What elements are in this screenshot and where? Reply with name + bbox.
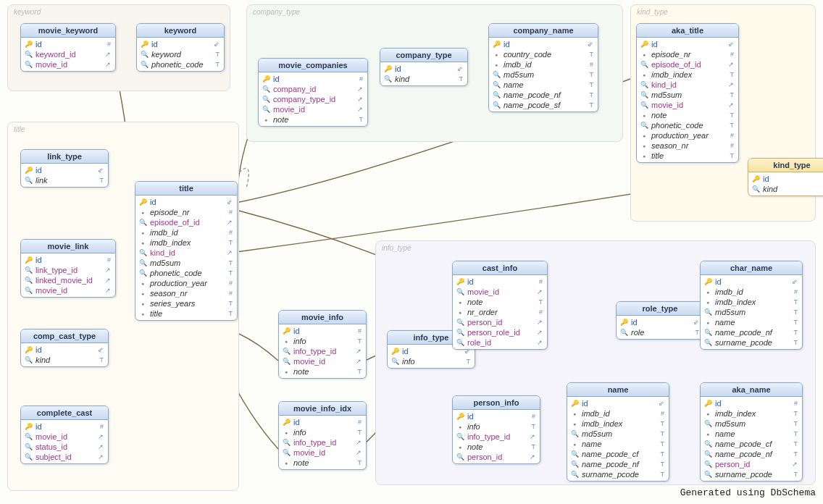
table-complete_cast[interactable]: complete_castid#movie_id↗status_id↗subje… [20,406,109,464]
table-movie_info[interactable]: movie_infoid#infoTinfo_type_id↗movie_id↗… [278,310,367,379]
column-name_pcode_nf[interactable]: name_pcode_nfT [489,90,598,100]
column-id[interactable]: id⇙ [137,39,224,49]
table-header[interactable]: comp_cast_type [21,329,108,343]
table-header[interactable]: company_type [380,49,467,62]
column-phonetic_code[interactable]: phonetic_codeT [637,120,738,130]
column-id[interactable]: id⇙ [637,39,738,49]
column-name[interactable]: nameT [701,429,802,439]
table-title[interactable]: titleid⇙episode_nr#episode_of_id↗imdb_id… [135,181,238,321]
table-link_type[interactable]: link_typeid⇙linkT [20,149,109,188]
table-header[interactable]: kind_type [748,159,823,172]
column-id[interactable]: id# [453,411,540,421]
column-kind[interactable]: kindT [748,184,823,194]
column-note[interactable]: noteT [637,110,738,120]
table-header[interactable]: cast_info [453,261,547,275]
column-md5sum[interactable]: md5sumT [567,429,669,439]
column-id[interactable]: id⇙ [748,174,823,184]
column-role[interactable]: roleT [617,327,703,337]
table-movie_companies[interactable]: movie_companiesid#company_id↗company_typ… [258,58,368,127]
column-link_type_id[interactable]: link_type_id↗ [21,265,115,275]
column-company_type_id[interactable]: company_type_id↗ [259,94,367,104]
table-header[interactable]: movie_link [21,240,115,253]
column-name[interactable]: nameT [567,439,669,449]
column-id[interactable]: id# [279,417,366,427]
column-linked_movie_id[interactable]: linked_movie_id↗ [21,275,115,285]
column-imdb_id[interactable]: imdb_id# [567,408,669,419]
column-episode_of_id[interactable]: episode_of_id↗ [637,59,738,70]
column-movie_id[interactable]: movie_id↗ [21,432,108,442]
column-status_id[interactable]: status_id↗ [21,442,108,452]
table-header[interactable]: movie_info [279,311,366,324]
column-movie_id[interactable]: movie_id↗ [637,100,738,110]
column-surname_pcode[interactable]: surname_pcodeT [701,337,802,348]
table-aka_name[interactable]: aka_nameid#imdb_indexTmd5sumTnameTname_p… [700,382,803,482]
column-note[interactable]: noteT [453,442,540,452]
table-header[interactable]: movie_companies [259,59,367,72]
column-kind_id[interactable]: kind_id↗ [637,80,738,90]
column-keyword[interactable]: keywordT [137,49,224,59]
column-md5sum[interactable]: md5sumT [637,90,738,100]
column-id[interactable]: id# [701,398,802,408]
column-person_id[interactable]: person_id↗ [453,452,540,462]
column-title[interactable]: titleT [135,308,237,319]
table-header[interactable]: movie_keyword [21,24,115,38]
table-header[interactable]: title [135,182,237,196]
column-movie_id[interactable]: movie_id↗ [279,356,366,366]
column-country_code[interactable]: country_codeT [489,49,598,59]
column-name_pcode_nf[interactable]: name_pcode_nfT [701,327,802,337]
column-id[interactable]: id# [259,74,367,84]
column-name_pcode_cf[interactable]: name_pcode_cfT [567,449,669,459]
table-movie_keyword[interactable]: movie_keywordid#keyword_id↗movie_id↗ [20,23,116,72]
column-kind_id[interactable]: kind_id↗ [135,248,237,258]
table-keyword[interactable]: keywordid⇙keywordTphonetic_codeT [136,23,225,72]
table-company_type[interactable]: company_typeid⇙kindT [380,48,468,86]
column-name[interactable]: nameT [489,80,598,90]
table-header[interactable]: name [567,383,669,397]
column-id[interactable]: id⇙ [21,345,108,355]
table-header[interactable]: movie_info_idx [279,402,366,416]
column-id[interactable]: id# [21,421,108,432]
table-person_info[interactable]: person_infoid#infoTinfo_type_id↗noteTper… [452,395,540,464]
table-header[interactable]: company_name [489,24,598,38]
table-header[interactable]: person_info [453,396,540,410]
table-role_type[interactable]: role_typeid⇙roleT [616,301,704,340]
column-company_id[interactable]: company_id↗ [259,84,367,94]
column-id[interactable]: id⇙ [701,277,802,287]
table-header[interactable]: link_type [21,150,108,164]
column-info[interactable]: infoT [453,421,540,432]
table-header[interactable]: keyword [137,24,224,38]
column-movie_id[interactable]: movie_id↗ [453,287,547,297]
column-link[interactable]: linkT [21,175,108,185]
column-id[interactable]: id⇙ [135,197,237,207]
column-imdb_id[interactable]: imdb_id# [489,59,598,70]
column-production_year[interactable]: production_year# [135,278,237,288]
column-imdb_index[interactable]: imdb_indexT [701,297,802,307]
column-md5sum[interactable]: md5sumT [489,70,598,80]
column-movie_id[interactable]: movie_id↗ [21,59,115,70]
column-info[interactable]: infoT [279,427,366,437]
column-md5sum[interactable]: md5sumT [701,307,802,317]
column-md5sum[interactable]: md5sumT [701,419,802,429]
column-phonetic_code[interactable]: phonetic_codeT [135,268,237,278]
column-series_years[interactable]: series_yearsT [135,298,237,308]
column-person_id[interactable]: person_id↗ [701,459,802,469]
column-episode_of_id[interactable]: episode_of_id↗ [135,217,237,227]
column-id[interactable]: id⇙ [567,398,669,408]
column-title[interactable]: titleT [637,151,738,161]
column-imdb_id[interactable]: imdb_id# [701,287,802,297]
column-subject_id[interactable]: subject_id↗ [21,452,108,462]
column-info_type_id[interactable]: info_type_id↗ [279,437,366,448]
column-nr_order[interactable]: nr_order# [453,307,547,317]
column-kind[interactable]: kindT [380,74,467,84]
column-kind[interactable]: kindT [21,355,108,365]
column-note[interactable]: noteT [279,458,366,468]
column-name_pcode_sf[interactable]: name_pcode_sfT [489,100,598,110]
column-surname_pcode[interactable]: surname_pcodeT [567,469,669,479]
column-id[interactable]: id# [453,277,547,287]
column-id[interactable]: id⇙ [617,317,703,327]
column-note[interactable]: noteT [279,366,366,377]
column-keyword_id[interactable]: keyword_id↗ [21,49,115,59]
column-info[interactable]: infoT [279,336,366,346]
table-company_name[interactable]: company_nameid⇙country_codeTimdb_id#md5s… [488,23,598,112]
column-season_nr[interactable]: season_nr# [135,288,237,298]
